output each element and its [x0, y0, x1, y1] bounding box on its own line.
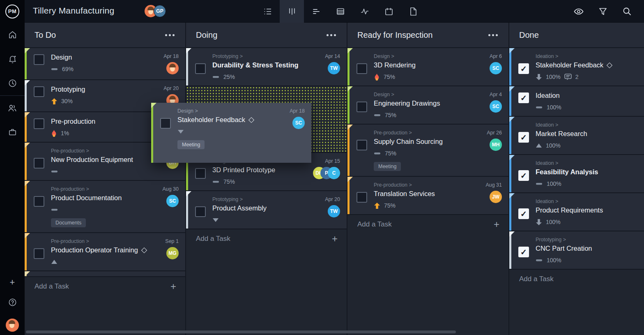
task-title[interactable]: CNC Part Creation	[536, 245, 592, 252]
task-checkbox[interactable]	[195, 63, 206, 74]
sidebar-item-notifications[interactable]	[0, 47, 25, 71]
tab-board-view[interactable]	[280, 0, 304, 23]
task-tag[interactable]: Meeting	[177, 140, 205, 149]
task-breadcrumb[interactable]: Pre-production >	[51, 148, 160, 154]
task-card[interactable]: Prototyping >Product AssemblyApr 20TW	[186, 191, 347, 229]
task-checkbox[interactable]: ✓	[518, 208, 529, 219]
task-title[interactable]: Translation Services	[374, 190, 435, 198]
task-checkbox[interactable]	[34, 196, 44, 207]
task-title[interactable]: 3D Printed Prototype	[212, 166, 275, 174]
task-breadcrumb[interactable]: Pre-production >	[374, 130, 483, 136]
task-breadcrumb[interactable]: Design >	[374, 53, 486, 59]
task-card[interactable]: Design69%Apr 18	[25, 48, 185, 80]
task-breadcrumb[interactable]: Prototyping >	[212, 196, 322, 202]
user-avatar[interactable]	[6, 319, 19, 332]
task-checkbox[interactable]: ✓	[518, 247, 529, 257]
task-title[interactable]: Product Assembly	[212, 204, 267, 212]
visibility-button[interactable]	[566, 0, 591, 23]
tab-list-view[interactable]	[255, 0, 280, 23]
task-card[interactable]: ✓Ideation100%	[509, 86, 644, 117]
task-checkbox[interactable]: ✓	[518, 63, 529, 74]
task-checkbox[interactable]	[356, 102, 367, 112]
task-title[interactable]: Supply Chain Sourcing	[374, 138, 443, 146]
task-card[interactable]: Pre-production >Product DocumentationDoc…	[25, 181, 185, 233]
task-card[interactable]: Design >Engineering Drawings75%Apr 4SC	[347, 86, 508, 125]
assignee-avatar[interactable]: MH	[490, 139, 502, 151]
tab-sheet-view[interactable]	[328, 0, 352, 23]
task-checkbox[interactable]: ✓	[518, 170, 529, 181]
task-title[interactable]: Market Research	[536, 130, 587, 138]
tab-calendar-view[interactable]	[377, 0, 401, 23]
task-checkbox[interactable]	[34, 248, 44, 259]
task-card[interactable]: ✓Prototyping >CNC Part Creation100%	[509, 231, 644, 270]
task-checkbox[interactable]: ✓	[518, 92, 529, 103]
task-tag[interactable]: Documents	[51, 218, 86, 227]
task-checkbox[interactable]	[34, 118, 44, 129]
task-title[interactable]: Product Requirements	[536, 206, 603, 214]
assignee-avatar[interactable]: TW	[328, 205, 340, 217]
task-breadcrumb[interactable]: Ideation >	[536, 53, 644, 59]
task-card[interactable]: Pre-production >Production Operator Trai…	[25, 233, 185, 271]
tab-timeline-view[interactable]	[304, 0, 328, 23]
assignee-avatar[interactable]: C	[328, 167, 340, 179]
assignee-avatar[interactable]: JW	[490, 191, 502, 203]
assignee-avatar[interactable]: SC	[166, 195, 179, 207]
assignee-avatar[interactable]: MG	[166, 247, 179, 259]
task-title[interactable]: Ideation	[536, 92, 560, 99]
task-checkbox[interactable]: ✓	[518, 132, 529, 143]
task-checkbox[interactable]	[195, 206, 206, 217]
sidebar-item-team[interactable]	[0, 96, 25, 120]
task-title[interactable]: Engineering Drawings	[374, 99, 440, 107]
assignee-avatar[interactable]: TW	[328, 62, 340, 74]
task-breadcrumb[interactable]: Ideation >	[536, 160, 644, 166]
task-breadcrumb[interactable]: Ideation >	[536, 122, 644, 128]
task-card[interactable]: ✓Ideation >Feasibility Analysis100%	[509, 155, 644, 193]
task-breadcrumb[interactable]: Prototyping >	[536, 237, 644, 243]
task-card[interactable]: Prototyping >Durability & Stress Testing…	[186, 48, 347, 86]
add-task-button[interactable]: Add a Task +	[25, 277, 185, 296]
column-menu-button[interactable]	[326, 32, 337, 39]
task-breadcrumb[interactable]: Pre-production >	[51, 238, 162, 244]
task-checkbox[interactable]	[160, 118, 171, 129]
task-checkbox[interactable]	[356, 192, 367, 203]
tab-docs-view[interactable]	[401, 0, 425, 23]
add-task-button[interactable]: Add a Task +	[509, 270, 644, 289]
task-card[interactable]: ✓Ideation >Stakeholder Feedback100%2	[509, 48, 644, 86]
task-title[interactable]: Production Operator Training	[51, 246, 138, 254]
task-checkbox[interactable]	[34, 54, 44, 65]
task-checkbox[interactable]	[34, 86, 44, 97]
add-task-button[interactable]: Add a Task +	[186, 229, 347, 248]
partial-task-card[interactable]	[25, 271, 185, 277]
horizontal-scrollbar[interactable]	[26, 330, 456, 333]
task-title[interactable]: Stakeholder Feedback	[177, 116, 245, 124]
task-title[interactable]: Design	[51, 53, 72, 61]
tab-activity-view[interactable]	[352, 0, 377, 23]
task-title[interactable]: Prototyping	[51, 85, 85, 93]
project-members[interactable]: GP	[145, 5, 166, 17]
filter-button[interactable]	[591, 0, 615, 23]
assignee-avatar[interactable]: SC	[490, 100, 502, 113]
task-breadcrumb[interactable]: Design >	[177, 108, 286, 114]
task-title[interactable]: Feasibility Analysis	[536, 168, 598, 176]
assignee-avatar[interactable]: SC	[292, 117, 305, 129]
task-title[interactable]: Durability & Stress Testing	[212, 61, 299, 69]
task-breadcrumb[interactable]: Pre-production >	[51, 186, 159, 192]
add-task-button[interactable]: Add a Task +	[347, 215, 508, 234]
task-card[interactable]: Pre-production >Supply Chain Sourcing75%…	[347, 125, 508, 177]
task-breadcrumb[interactable]: Ideation >	[536, 199, 644, 204]
task-checkbox[interactable]	[195, 168, 206, 179]
sidebar-add-button[interactable]: +	[10, 277, 15, 288]
search-button[interactable]	[615, 0, 639, 23]
task-breadcrumb[interactable]: Prototyping >	[212, 53, 322, 59]
member-avatar[interactable]: GP	[154, 5, 166, 17]
sidebar-help-button[interactable]	[8, 298, 17, 309]
task-checkbox[interactable]	[356, 140, 367, 150]
task-breadcrumb[interactable]: Pre-production >	[374, 182, 482, 188]
task-breadcrumb[interactable]: Design >	[374, 92, 486, 97]
task-tag[interactable]: Meeting	[374, 162, 401, 171]
task-title[interactable]: Pre-production	[51, 118, 95, 125]
task-checkbox[interactable]	[34, 158, 44, 169]
app-logo[interactable]: PM	[0, 0, 25, 23]
sidebar-item-portfolio[interactable]	[0, 120, 25, 144]
column-menu-button[interactable]	[488, 32, 499, 39]
